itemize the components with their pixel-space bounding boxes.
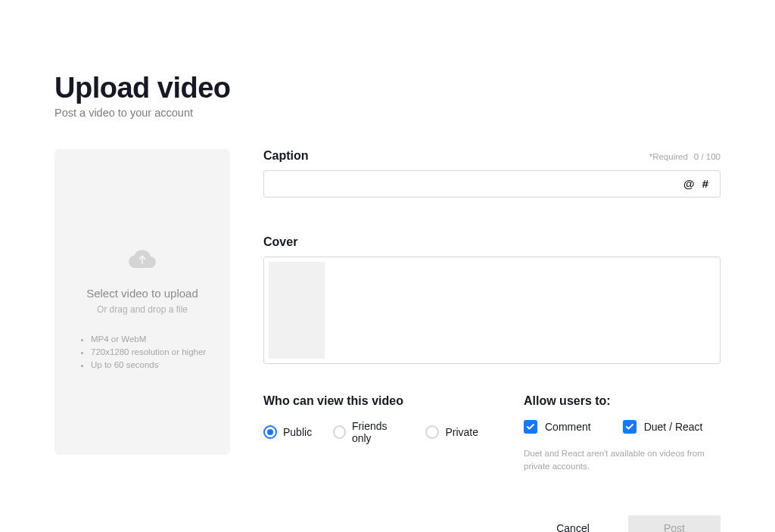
caption-input[interactable] xyxy=(272,171,680,197)
dropzone-spec-item: MP4 or WebM xyxy=(91,333,230,346)
dropzone-subtitle: Or drag and drop a file xyxy=(97,304,188,315)
privacy-label: Who can view this video xyxy=(263,394,478,408)
allow-note: Duet and React aren't available on video… xyxy=(524,447,713,474)
privacy-option-label: Private xyxy=(445,426,478,438)
privacy-option-friends[interactable]: Friends only xyxy=(333,420,404,444)
dropzone-spec-item: 720x1280 resolution or higher xyxy=(91,346,230,359)
checkbox-checked-icon xyxy=(623,420,636,434)
cover-label: Cover xyxy=(263,235,721,249)
page-title: Upload video xyxy=(54,73,721,104)
caption-counter: 0 / 100 xyxy=(694,152,721,161)
cover-thumbnail-placeholder xyxy=(269,262,325,359)
allow-comment-checkbox[interactable]: Comment xyxy=(524,420,591,434)
allow-duet-react-checkbox[interactable]: Duet / React xyxy=(623,420,703,434)
cloud-upload-icon xyxy=(128,247,157,287)
mention-button[interactable]: @ xyxy=(680,177,699,190)
allow-label: Allow users to: xyxy=(524,394,721,408)
dropzone-spec-item: Up to 60 seconds xyxy=(91,359,230,372)
post-button[interactable]: Post xyxy=(628,515,721,532)
allow-option-label: Comment xyxy=(545,421,591,433)
privacy-option-private[interactable]: Private xyxy=(425,425,478,439)
radio-icon xyxy=(333,425,346,439)
caption-field[interactable]: @ # xyxy=(263,170,721,198)
hashtag-button[interactable]: # xyxy=(699,177,712,190)
cancel-button[interactable]: Cancel xyxy=(527,515,619,532)
radio-icon xyxy=(425,425,439,439)
privacy-option-label: Friends only xyxy=(352,420,405,444)
caption-required: *Required xyxy=(649,152,688,161)
cover-selector[interactable] xyxy=(263,257,721,364)
allow-option-label: Duet / React xyxy=(644,421,703,433)
upload-dropzone[interactable]: Select video to upload Or drag and drop … xyxy=(54,149,230,455)
page-subtitle: Post a video to your account xyxy=(54,107,721,119)
radio-icon xyxy=(263,425,277,439)
privacy-option-label: Public xyxy=(283,426,312,438)
caption-label: Caption xyxy=(263,149,309,163)
dropzone-specs: MP4 or WebM 720x1280 resolution or highe… xyxy=(54,333,230,372)
dropzone-title: Select video to upload xyxy=(86,287,198,300)
privacy-option-public[interactable]: Public xyxy=(263,425,312,439)
checkbox-checked-icon xyxy=(524,420,537,434)
